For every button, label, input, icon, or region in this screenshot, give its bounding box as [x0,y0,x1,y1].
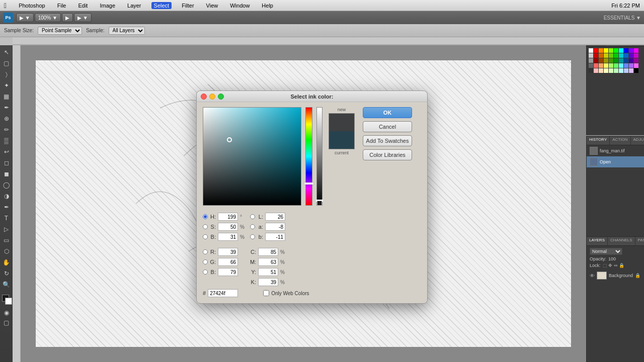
swatch-black[interactable] [634,68,638,73]
layer-item-background[interactable]: 👁 Background 🔒 [587,270,644,281]
history-item-2[interactable]: Open [587,156,644,167]
color-libraries-button[interactable]: Color Libraries [363,149,412,160]
swatch-peach[interactable] [599,63,603,68]
tool-path-select[interactable]: ▷ [2,224,12,234]
a-input[interactable] [265,223,285,231]
menu-edit[interactable]: Edit [76,3,90,9]
g-input[interactable] [218,258,238,266]
swatch-cornflower[interactable] [624,63,628,68]
swatch-cyan[interactable] [619,48,623,53]
swatch-red[interactable] [594,48,598,53]
swatch-medblue[interactable] [624,53,628,58]
tool-screen-mode[interactable]: ▢ [2,318,12,328]
swatch-aliceblue[interactable] [619,68,623,73]
tab-channels[interactable]: CHANNELS [608,237,635,245]
hue-strip[interactable] [305,107,312,206]
color-small-box[interactable] [317,201,322,206]
gradient-canvas[interactable] [203,107,301,206]
swatch-deepred[interactable] [594,58,598,63]
tool-btn-1[interactable]: ▶ ▼ [16,13,34,22]
tab-action[interactable]: ACTION [610,136,630,145]
tool-gradient[interactable]: ◼ [2,169,12,179]
tool-rotate-view[interactable]: ↻ [2,268,12,279]
s-input[interactable] [218,223,238,231]
swatch-blue[interactable] [624,48,628,53]
tool-history-brush[interactable]: ↩ [2,147,12,157]
swatch-gray[interactable] [589,58,593,63]
minimize-button[interactable] [209,94,215,100]
swatch-forestgreen[interactable] [609,58,613,63]
alpha-bar[interactable] [316,107,323,206]
swatch-green[interactable] [614,48,618,53]
add-to-swatches-button[interactable]: Add To Swatches [363,135,412,146]
swatch-lime[interactable] [609,48,613,53]
swatch-magenta[interactable] [634,48,638,53]
swatch-teal[interactable] [619,58,623,63]
tool-type[interactable]: T [2,213,12,223]
swatch-navy[interactable] [624,58,628,63]
swatch-violet[interactable] [634,58,638,63]
new-color-swatch[interactable] [329,114,354,131]
tool-shape[interactable]: ▭ [2,235,12,245]
c-input[interactable] [258,248,278,256]
swatch-medgray[interactable] [589,63,593,68]
swatch-pink[interactable] [634,63,638,68]
close-button[interactable] [201,94,207,100]
s-radio[interactable] [203,224,208,229]
swatch-lightcyan[interactable] [619,63,623,68]
menu-filter[interactable]: Filter [180,3,196,9]
swatch-honeydew[interactable] [609,68,613,73]
swatch-darkgray[interactable] [589,68,593,73]
tool-move[interactable]: ↖ [2,47,12,57]
swatch-olive[interactable] [604,58,608,63]
swatch-darkcyan[interactable] [619,53,623,58]
swatch-lightblue[interactable] [624,68,628,73]
swatch-lightpeach[interactable] [599,68,603,73]
swatch-deeporange[interactable] [599,58,603,63]
tool-btn-view[interactable]: ▶ [62,13,73,22]
b3-input[interactable] [265,233,285,241]
eye-icon[interactable]: 👁 [590,273,595,279]
swatch-cream[interactable] [604,68,608,73]
menu-view[interactable]: View [204,3,220,9]
l-input[interactable] [265,213,285,221]
b-input[interactable] [218,233,238,241]
tab-paths[interactable]: PATHS [635,237,644,245]
hex-input[interactable] [208,289,238,297]
tool-eyedropper[interactable]: ✒ [2,103,12,113]
tool-select-rect[interactable]: ▢ [2,58,12,68]
menu-help[interactable]: Help [260,3,275,9]
swatch-deepgreen[interactable] [614,58,618,63]
swatch-lightyellow[interactable] [604,63,608,68]
swatch-darkmagenta[interactable] [634,53,638,58]
l-radio[interactable] [250,214,255,219]
b2-radio[interactable] [203,269,208,275]
swatch-orange[interactable] [599,48,603,53]
tool-blur[interactable]: ◯ [2,180,12,190]
b3-radio[interactable] [250,234,255,239]
ok-button[interactable]: OK [363,107,412,118]
tool-pen[interactable]: ✒ [2,202,12,212]
tool-btn-arrange[interactable]: ▶ ▼ [74,13,92,22]
h-input[interactable] [218,213,238,221]
history-item-1[interactable]: fang_man.tif [587,145,644,156]
swatch-mintcream[interactable] [614,68,618,73]
m-input[interactable] [258,258,278,266]
swatch-darkgreen[interactable] [614,53,618,58]
sample-size-select[interactable]: Point Sample [38,27,82,35]
blend-mode-select[interactable]: Normal [590,248,622,255]
swatch-lavender[interactable] [629,63,633,68]
color-gradient-picker[interactable] [203,107,301,206]
r-radio[interactable] [203,249,208,254]
swatch-indigo[interactable] [629,58,633,63]
r-input[interactable] [218,248,238,256]
tab-adjust[interactable]: ADJUST [631,136,644,145]
tool-healing[interactable]: ⊕ [2,114,12,124]
tool-stamp[interactable]: ▒ [2,136,12,146]
b-radio[interactable] [203,234,208,239]
tool-btn-zoom[interactable]: 100% ▼ [35,13,61,22]
swatch-brown[interactable] [599,53,603,58]
swatch-lightgray[interactable] [589,53,593,58]
maximize-button[interactable] [218,94,224,100]
tool-magic-wand[interactable]: ✦ [2,80,12,90]
